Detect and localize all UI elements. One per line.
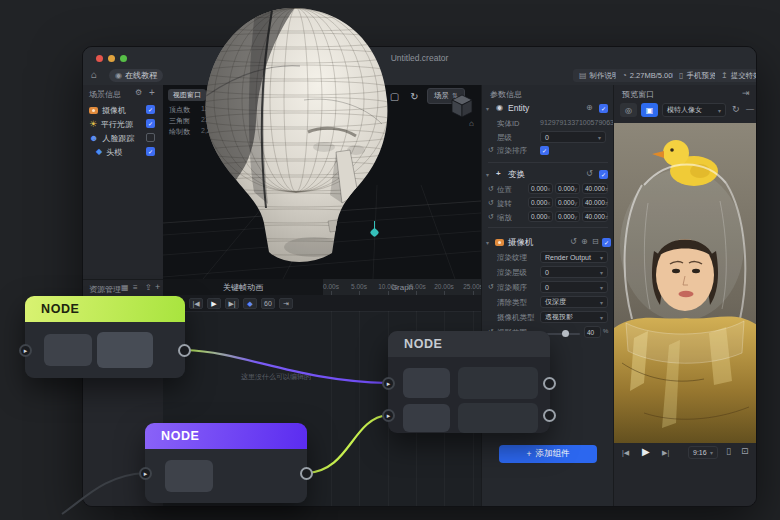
hierarchy-item-head-model[interactable]: ◆ 头模	[96, 146, 122, 158]
input-port[interactable]: ▸	[139, 467, 152, 480]
next-frame-icon[interactable]: ▶|	[662, 449, 669, 457]
field-label: 旋转	[497, 199, 512, 209]
input-port[interactable]: ▸	[382, 377, 395, 390]
view-home-icon[interactable]: ⌂	[469, 119, 474, 128]
grid-view-icon[interactable]: ▦	[121, 283, 129, 292]
visibility-checkbox[interactable]: ✓	[146, 119, 155, 128]
hierarchy-item-camera[interactable]: 摄像机	[89, 104, 126, 116]
more-menu-icon[interactable]: —	[746, 104, 754, 113]
rotation-y-input[interactable]: 0.000y	[555, 197, 580, 208]
fov-slider-handle[interactable]	[562, 330, 569, 337]
ruler-tick-label: 20.00s	[432, 283, 456, 290]
visibility-checkbox[interactable]: ✓	[146, 105, 155, 114]
play-button[interactable]: ▶	[207, 298, 221, 309]
rotation-x-input[interactable]: 0.000x	[528, 197, 553, 208]
loop-button[interactable]: ⇥	[279, 298, 293, 309]
scale-y-input[interactable]: 0.000y	[555, 211, 580, 222]
input-port[interactable]: ▸	[382, 409, 395, 422]
next-frame-button[interactable]: ▶|	[225, 298, 239, 309]
node-body	[25, 322, 185, 378]
reset-icon[interactable]: ↺	[488, 283, 494, 290]
sort-checkbox[interactable]: ✓	[540, 146, 549, 155]
visibility-checkbox[interactable]: ✓	[146, 147, 155, 156]
visibility-checkbox[interactable]	[146, 133, 155, 142]
window-title: Untitled.creator	[83, 53, 756, 63]
input-port[interactable]: ▸	[19, 344, 32, 357]
import-icon[interactable]: ⇪	[145, 283, 152, 292]
chevron-down-icon[interactable]: ▾	[486, 240, 489, 246]
output-port[interactable]	[300, 467, 313, 480]
refresh-icon[interactable]: ↻	[732, 104, 740, 114]
reset-icon[interactable]: ↺	[488, 199, 494, 206]
toggle-camera-feed-button[interactable]: ◎	[620, 103, 637, 117]
output-port[interactable]	[178, 344, 191, 357]
filter-gear-icon[interactable]: ⚙	[135, 88, 142, 97]
field-label: 渲染层级	[497, 268, 527, 278]
tab-keyframe-animation[interactable]: 关键帧动画	[163, 279, 323, 295]
record-dot-icon: ◉	[115, 72, 122, 80]
rotation-z-input[interactable]: 40.000z	[582, 197, 608, 208]
add-component-button[interactable]: + 添加组件	[499, 445, 597, 463]
transform-axes-icon: +	[496, 170, 501, 178]
gold-foil-wrap	[614, 316, 757, 443]
chevron-down-icon[interactable]: ▾	[486, 172, 489, 178]
chevron-down-icon: ▾	[598, 134, 601, 141]
scale-z-input[interactable]: 40.000z	[582, 211, 608, 222]
reset-icon[interactable]: ↺	[488, 146, 494, 153]
play-icon[interactable]: ▶	[642, 446, 650, 457]
output-port[interactable]	[543, 377, 556, 390]
reset-icon[interactable]: ↺	[586, 170, 593, 178]
entity-id-value: 9129791337100579063	[540, 119, 614, 126]
node-card-dark[interactable]: NODE ▸ ▸	[388, 331, 550, 433]
chevron-down-icon[interactable]: ▾	[486, 106, 489, 112]
collapse-panel-icon[interactable]: ⇥	[742, 88, 750, 98]
home-icon[interactable]: ⌂	[91, 69, 97, 80]
prev-frame-button[interactable]: |◀	[189, 298, 203, 309]
aspect-ratio-dropdown[interactable]: 9:16▾	[688, 446, 718, 459]
hierarchy-item-face-tracking[interactable]: ☻ 人脸跟踪	[89, 132, 134, 144]
render-texture-dropdown[interactable]: Render Output▾	[540, 251, 608, 263]
node-card-green[interactable]: NODE ▸	[25, 296, 185, 378]
media-source-button[interactable]: ▣	[641, 103, 658, 117]
render-layer-dropdown[interactable]: 0▾	[540, 266, 608, 278]
rotate-tool-button[interactable]: ↻	[407, 89, 422, 104]
eye-icon: ◎	[625, 106, 632, 115]
list-view-icon[interactable]: ≡	[133, 283, 138, 292]
add-entity-icon[interactable]: +	[149, 87, 155, 98]
plus-icon: +	[527, 449, 532, 459]
preview-model-dropdown[interactable]: 模特人像女▾	[662, 103, 726, 117]
stat-vertices: 顶点数12,382	[169, 105, 190, 115]
crop-icon[interactable]: ⊡	[741, 446, 749, 456]
node-card-purple[interactable]: NODE ▸	[145, 423, 307, 503]
keyframe-button[interactable]: ◆	[243, 298, 257, 309]
tutorial-button[interactable]: ◉ 在线教程	[109, 69, 163, 82]
orientation-cube-gizmo[interactable]	[449, 93, 475, 119]
reset-icon[interactable]: ↺	[570, 238, 577, 246]
output-port[interactable]	[543, 409, 556, 422]
camera-enabled-checkbox[interactable]: ✓	[602, 238, 611, 247]
fps-chip[interactable]: 60	[261, 298, 275, 309]
render-order-dropdown[interactable]: 0▾	[540, 281, 608, 293]
prev-frame-icon[interactable]: |◀	[622, 449, 629, 457]
submit-effect-button[interactable]: ↥ 提交特效	[715, 69, 757, 82]
fov-value-input[interactable]: 40	[584, 326, 601, 338]
head-model[interactable]	[196, 4, 394, 270]
camera-type-dropdown[interactable]: 透视投影▾	[540, 311, 608, 323]
position-z-input[interactable]: 40.000z	[582, 183, 608, 194]
position-x-input[interactable]: 0.000x	[528, 183, 553, 194]
add-asset-icon[interactable]: +	[155, 282, 160, 292]
reset-icon[interactable]: ↺	[488, 185, 494, 192]
scale-x-input[interactable]: 0.000x	[528, 211, 553, 222]
clear-type-dropdown[interactable]: 仅深度▾	[540, 296, 608, 308]
link-icon[interactable]: ⊕	[586, 104, 593, 112]
device-frame-icon[interactable]: ▯	[726, 446, 731, 456]
transform-enabled-checkbox[interactable]: ✓	[599, 170, 608, 179]
desktop-background: Untitled.creator ⌂ ◉ 在线教程 ▤ 制作说明 ◔ 2.27M…	[0, 0, 780, 520]
hierarchy-item-light[interactable]: ☀ 平行光源	[89, 118, 133, 130]
reset-icon[interactable]: ↺	[488, 213, 494, 220]
entity-enabled-checkbox[interactable]: ✓	[599, 104, 608, 113]
layer-dropdown[interactable]: 0▾	[540, 131, 606, 143]
link-icon[interactable]: ⊕	[581, 238, 588, 246]
position-y-input[interactable]: 0.000y	[555, 183, 580, 194]
trash-icon[interactable]: ⊟	[592, 238, 599, 246]
